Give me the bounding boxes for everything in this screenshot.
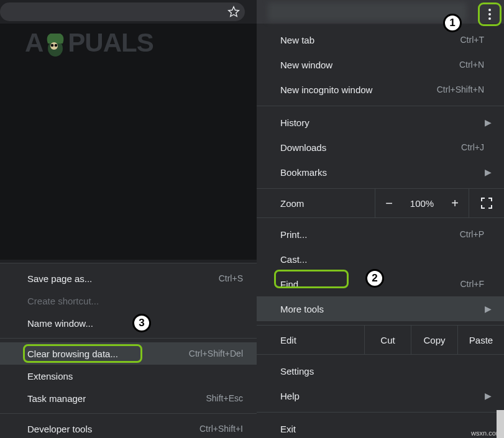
menu-item-name-window[interactable]: Name window... [0, 312, 257, 334]
profile-area-blurred [268, 2, 467, 21]
address-bar[interactable] [0, 2, 245, 21]
menu-item-new-tab[interactable]: New tab Ctrl+T [257, 27, 504, 52]
menu-item-print[interactable]: Print... Ctrl+P [257, 222, 504, 247]
menu-label: History [280, 117, 484, 128]
menu-label: Create shortcut... [27, 296, 243, 306]
annotation-callout-1: 1 [443, 14, 462, 32]
copy-button[interactable]: Copy [411, 335, 457, 345]
menu-label: Clear browsing data... [27, 349, 189, 359]
annotation-callout-3: 3 [132, 314, 151, 332]
menu-item-extensions[interactable]: Extensions [0, 365, 257, 387]
menu-item-new-incognito[interactable]: New incognito window Ctrl+Shift+N [257, 77, 504, 102]
menu-item-more-tools[interactable]: More tools ▶ [257, 296, 504, 321]
watermark-text: wsxn.com [469, 428, 504, 438]
chevron-right-icon: ▶ [485, 391, 492, 401]
zoom-value: 100% [403, 198, 441, 209]
menu-item-edit: Edit Cut Copy Paste [257, 325, 504, 355]
menu-label: Print... [280, 229, 460, 240]
address-bar-region [0, 0, 257, 24]
menu-label: Downloads [280, 142, 461, 153]
menu-item-task-manager[interactable]: Task manager Shift+Esc [0, 387, 257, 409]
menu-label: Cast... [280, 254, 484, 265]
cut-button[interactable]: Cut [365, 335, 411, 345]
edit-label: Edit [280, 335, 364, 345]
menu-shortcut: Ctrl+P [460, 229, 484, 239]
zoom-in-button[interactable]: + [441, 196, 469, 211]
menu-shortcut: Ctrl+S [219, 273, 243, 283]
menu-label: More tools [280, 304, 484, 314]
menu-item-help[interactable]: Help ▶ [257, 383, 504, 408]
menu-button[interactable] [478, 2, 502, 26]
menu-label: New incognito window [280, 84, 437, 95]
menu-label: New window [280, 60, 459, 70]
chrome-main-menu: New tab Ctrl+T New window Ctrl+N New inc… [257, 0, 504, 438]
menu-shortcut: Ctrl+T [460, 35, 485, 45]
menu-item-clear-browsing-data[interactable]: Clear browsing data... Ctrl+Shift+Del [0, 342, 257, 365]
menu-item-developer-tools[interactable]: Developer tools Ctrl+Shift+I [0, 417, 257, 438]
chevron-right-icon: ▶ [485, 167, 492, 177]
svg-point-3 [55, 44, 58, 47]
menu-shortcut: Shift+Esc [206, 393, 243, 403]
menu-shortcut: Ctrl+N [459, 60, 484, 70]
menu-item-history[interactable]: History ▶ [257, 110, 504, 135]
more-tools-submenu: Save page as... Ctrl+S Create shortcut..… [0, 263, 257, 438]
chevron-right-icon: ▶ [485, 117, 492, 127]
menu-label: Task manager [27, 393, 206, 404]
menu-shortcut: Ctrl+Shift+Del [189, 349, 243, 358]
page-background: A PUALS [0, 24, 257, 260]
zoom-label: Zoom [280, 198, 375, 209]
logo-mascot-icon [43, 27, 68, 58]
menu-shortcut: Ctrl+Shift+N [437, 84, 484, 94]
menu-item-settings[interactable]: Settings [257, 358, 504, 383]
menu-item-downloads[interactable]: Downloads Ctrl+J [257, 135, 504, 160]
logo-letters: PUALS [68, 28, 153, 58]
kebab-icon [488, 9, 491, 20]
fullscreen-icon [481, 198, 492, 209]
appuals-logo: A PUALS [25, 27, 153, 58]
menu-item-save-page[interactable]: Save page as... Ctrl+S [0, 267, 257, 290]
menu-item-new-window[interactable]: New window Ctrl+N [257, 52, 504, 77]
zoom-out-button[interactable]: − [375, 196, 403, 211]
menu-item-cast[interactable]: Cast... [257, 247, 504, 271]
bookmark-star-icon[interactable] [227, 5, 241, 19]
menu-label: Bookmarks [280, 167, 484, 178]
svg-point-2 [51, 44, 54, 47]
menu-shortcut: Ctrl+F [460, 279, 485, 289]
menu-label: New tab [280, 35, 460, 45]
menu-label: Help [280, 391, 484, 401]
menu-item-zoom: Zoom − 100% + [257, 188, 504, 218]
toolbar-row [257, 0, 504, 24]
paste-button[interactable]: Paste [458, 335, 504, 345]
menu-item-create-shortcut[interactable]: Create shortcut... [0, 290, 257, 312]
fullscreen-button[interactable] [469, 198, 504, 209]
menu-shortcut: Ctrl+J [461, 142, 484, 152]
menu-label: Developer tools [27, 424, 199, 434]
menu-item-exit[interactable]: Exit [257, 416, 504, 438]
menu-label: Extensions [27, 371, 243, 381]
menu-shortcut: Ctrl+Shift+I [199, 424, 243, 434]
chevron-right-icon: ▶ [485, 304, 492, 314]
menu-label: Save page as... [27, 273, 219, 284]
menu-item-bookmarks[interactable]: Bookmarks ▶ [257, 160, 504, 185]
menu-label: Exit [280, 424, 484, 434]
menu-label: Settings [280, 366, 484, 376]
logo-letter: A [25, 28, 43, 58]
annotation-callout-2: 2 [365, 269, 384, 288]
